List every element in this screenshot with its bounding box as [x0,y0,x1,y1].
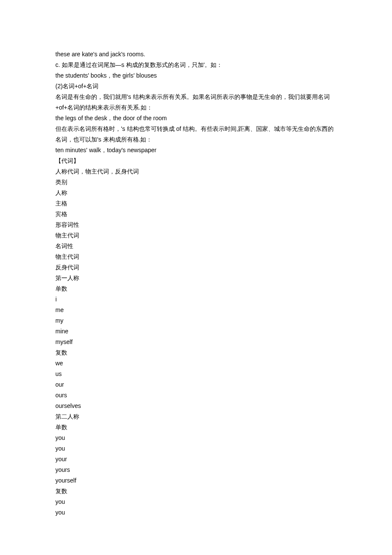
text-line: you [55,507,337,518]
text-line: my [55,315,337,326]
text-line: ourselves [55,401,337,411]
text-line: i [55,294,337,305]
document-page: these are kate's and jack's rooms. c. 如果… [0,0,392,555]
text-line: ten minutes' walk，today's newspaper [55,145,337,156]
text-line: myself [55,337,337,347]
text-line: 主格 [55,198,337,209]
text-line: the students' books，the girls' blouses [55,70,337,81]
text-line: 复数 [55,486,337,497]
text-line: yours [55,465,337,475]
text-line: the legs of the desk，the door of the roo… [55,113,337,124]
text-line: 人称代词，物主代词，反身代词 [55,166,337,177]
text-line: these are kate's and jack's rooms. [55,49,337,60]
text-line: 单数 [55,422,337,433]
text-line: 宾格 [55,209,337,220]
text-line: c. 如果是通过在词尾加—s 构成的复数形式的名词，只加'。如： [55,60,337,70]
text-line: 但在表示名词所有格时，'s 结构也常可转换成 of 结构。有些表示时间,距离、国… [55,124,337,145]
text-line: 人称 [55,188,337,198]
text-line: you [55,443,337,454]
text-line: 形容词性 [55,220,337,230]
text-line: we [55,358,337,369]
text-line: 物主代词 [55,230,337,241]
text-line: 第二人称 [55,411,337,422]
text-line: mine [55,326,337,337]
text-line: us [55,369,337,379]
text-line: ours [55,390,337,401]
text-line: 【代词】 [55,156,337,166]
text-line: your [55,454,337,465]
text-line: 反身代词 [55,262,337,273]
text-line: 第一人称 [55,273,337,283]
text-line: (2)名词+of+名词 [55,81,337,92]
text-line: 物主代词 [55,251,337,262]
text-line: yourself [55,475,337,486]
text-line: me [55,305,337,315]
text-line: 名词性 [55,241,337,251]
text-line: our [55,379,337,390]
text-line: you [55,433,337,443]
text-line: 类别 [55,177,337,188]
text-line: 复数 [55,347,337,358]
text-line: 名词是有生命的，我们就用's 结构来表示所有关系。如果名词所表示的事物是无生命的… [55,92,337,113]
text-line: you [55,497,337,507]
text-line: 单数 [55,283,337,294]
